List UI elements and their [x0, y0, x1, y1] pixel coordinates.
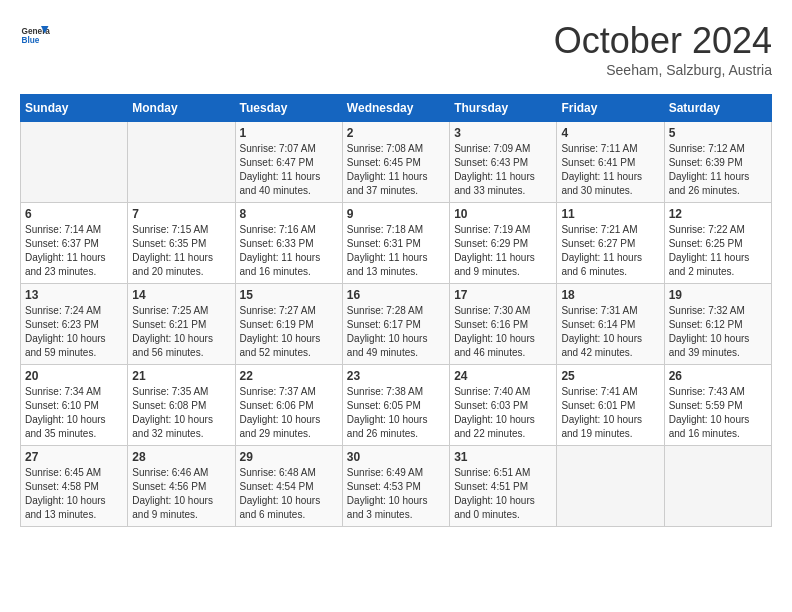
calendar-cell: 23Sunrise: 7:38 AM Sunset: 6:05 PM Dayli…	[342, 365, 449, 446]
calendar-cell: 29Sunrise: 6:48 AM Sunset: 4:54 PM Dayli…	[235, 446, 342, 527]
calendar-week-3: 13Sunrise: 7:24 AM Sunset: 6:23 PM Dayli…	[21, 284, 772, 365]
weekday-row: SundayMondayTuesdayWednesdayThursdayFrid…	[21, 95, 772, 122]
logo-icon: General Blue	[20, 20, 50, 50]
calendar-cell	[128, 122, 235, 203]
day-info: Sunrise: 7:16 AM Sunset: 6:33 PM Dayligh…	[240, 223, 338, 279]
calendar-cell: 7Sunrise: 7:15 AM Sunset: 6:35 PM Daylig…	[128, 203, 235, 284]
day-number: 21	[132, 369, 230, 383]
day-number: 26	[669, 369, 767, 383]
weekday-header-sunday: Sunday	[21, 95, 128, 122]
day-info: Sunrise: 7:38 AM Sunset: 6:05 PM Dayligh…	[347, 385, 445, 441]
day-number: 31	[454, 450, 552, 464]
day-number: 18	[561, 288, 659, 302]
calendar-cell: 14Sunrise: 7:25 AM Sunset: 6:21 PM Dayli…	[128, 284, 235, 365]
calendar-cell: 24Sunrise: 7:40 AM Sunset: 6:03 PM Dayli…	[450, 365, 557, 446]
calendar-cell: 20Sunrise: 7:34 AM Sunset: 6:10 PM Dayli…	[21, 365, 128, 446]
calendar-cell: 1Sunrise: 7:07 AM Sunset: 6:47 PM Daylig…	[235, 122, 342, 203]
logo: General Blue	[20, 20, 50, 50]
day-number: 15	[240, 288, 338, 302]
calendar-cell: 5Sunrise: 7:12 AM Sunset: 6:39 PM Daylig…	[664, 122, 771, 203]
calendar-cell: 22Sunrise: 7:37 AM Sunset: 6:06 PM Dayli…	[235, 365, 342, 446]
calendar-cell: 17Sunrise: 7:30 AM Sunset: 6:16 PM Dayli…	[450, 284, 557, 365]
calendar-cell: 10Sunrise: 7:19 AM Sunset: 6:29 PM Dayli…	[450, 203, 557, 284]
calendar-body: 1Sunrise: 7:07 AM Sunset: 6:47 PM Daylig…	[21, 122, 772, 527]
day-info: Sunrise: 7:41 AM Sunset: 6:01 PM Dayligh…	[561, 385, 659, 441]
day-number: 29	[240, 450, 338, 464]
day-info: Sunrise: 7:11 AM Sunset: 6:41 PM Dayligh…	[561, 142, 659, 198]
location-subtitle: Seeham, Salzburg, Austria	[554, 62, 772, 78]
calendar-cell: 28Sunrise: 6:46 AM Sunset: 4:56 PM Dayli…	[128, 446, 235, 527]
calendar-week-4: 20Sunrise: 7:34 AM Sunset: 6:10 PM Dayli…	[21, 365, 772, 446]
calendar-cell: 16Sunrise: 7:28 AM Sunset: 6:17 PM Dayli…	[342, 284, 449, 365]
calendar-cell: 26Sunrise: 7:43 AM Sunset: 5:59 PM Dayli…	[664, 365, 771, 446]
calendar-header: SundayMondayTuesdayWednesdayThursdayFrid…	[21, 95, 772, 122]
day-info: Sunrise: 7:43 AM Sunset: 5:59 PM Dayligh…	[669, 385, 767, 441]
day-number: 8	[240, 207, 338, 221]
day-info: Sunrise: 6:51 AM Sunset: 4:51 PM Dayligh…	[454, 466, 552, 522]
day-number: 7	[132, 207, 230, 221]
day-info: Sunrise: 7:07 AM Sunset: 6:47 PM Dayligh…	[240, 142, 338, 198]
calendar-cell: 19Sunrise: 7:32 AM Sunset: 6:12 PM Dayli…	[664, 284, 771, 365]
day-number: 13	[25, 288, 123, 302]
day-info: Sunrise: 7:35 AM Sunset: 6:08 PM Dayligh…	[132, 385, 230, 441]
weekday-header-tuesday: Tuesday	[235, 95, 342, 122]
day-info: Sunrise: 6:46 AM Sunset: 4:56 PM Dayligh…	[132, 466, 230, 522]
day-info: Sunrise: 6:49 AM Sunset: 4:53 PM Dayligh…	[347, 466, 445, 522]
calendar-table: SundayMondayTuesdayWednesdayThursdayFrid…	[20, 94, 772, 527]
calendar-week-5: 27Sunrise: 6:45 AM Sunset: 4:58 PM Dayli…	[21, 446, 772, 527]
day-number: 4	[561, 126, 659, 140]
day-info: Sunrise: 7:27 AM Sunset: 6:19 PM Dayligh…	[240, 304, 338, 360]
day-info: Sunrise: 7:24 AM Sunset: 6:23 PM Dayligh…	[25, 304, 123, 360]
calendar-cell: 9Sunrise: 7:18 AM Sunset: 6:31 PM Daylig…	[342, 203, 449, 284]
day-info: Sunrise: 7:12 AM Sunset: 6:39 PM Dayligh…	[669, 142, 767, 198]
day-info: Sunrise: 7:15 AM Sunset: 6:35 PM Dayligh…	[132, 223, 230, 279]
day-info: Sunrise: 7:08 AM Sunset: 6:45 PM Dayligh…	[347, 142, 445, 198]
calendar-cell: 6Sunrise: 7:14 AM Sunset: 6:37 PM Daylig…	[21, 203, 128, 284]
day-info: Sunrise: 7:14 AM Sunset: 6:37 PM Dayligh…	[25, 223, 123, 279]
day-info: Sunrise: 6:48 AM Sunset: 4:54 PM Dayligh…	[240, 466, 338, 522]
weekday-header-monday: Monday	[128, 95, 235, 122]
day-number: 30	[347, 450, 445, 464]
day-number: 28	[132, 450, 230, 464]
day-info: Sunrise: 7:32 AM Sunset: 6:12 PM Dayligh…	[669, 304, 767, 360]
weekday-header-wednesday: Wednesday	[342, 95, 449, 122]
day-number: 22	[240, 369, 338, 383]
calendar-cell: 11Sunrise: 7:21 AM Sunset: 6:27 PM Dayli…	[557, 203, 664, 284]
day-info: Sunrise: 7:19 AM Sunset: 6:29 PM Dayligh…	[454, 223, 552, 279]
title-block: October 2024 Seeham, Salzburg, Austria	[554, 20, 772, 78]
day-number: 16	[347, 288, 445, 302]
day-number: 14	[132, 288, 230, 302]
calendar-cell: 27Sunrise: 6:45 AM Sunset: 4:58 PM Dayli…	[21, 446, 128, 527]
day-info: Sunrise: 7:31 AM Sunset: 6:14 PM Dayligh…	[561, 304, 659, 360]
weekday-header-thursday: Thursday	[450, 95, 557, 122]
day-number: 2	[347, 126, 445, 140]
calendar-cell	[21, 122, 128, 203]
page-header: General Blue October 2024 Seeham, Salzbu…	[20, 20, 772, 78]
day-number: 12	[669, 207, 767, 221]
day-info: Sunrise: 7:25 AM Sunset: 6:21 PM Dayligh…	[132, 304, 230, 360]
calendar-cell: 18Sunrise: 7:31 AM Sunset: 6:14 PM Dayli…	[557, 284, 664, 365]
day-number: 19	[669, 288, 767, 302]
day-number: 3	[454, 126, 552, 140]
calendar-cell: 4Sunrise: 7:11 AM Sunset: 6:41 PM Daylig…	[557, 122, 664, 203]
weekday-header-saturday: Saturday	[664, 95, 771, 122]
day-info: Sunrise: 7:18 AM Sunset: 6:31 PM Dayligh…	[347, 223, 445, 279]
day-number: 20	[25, 369, 123, 383]
day-number: 11	[561, 207, 659, 221]
day-number: 1	[240, 126, 338, 140]
day-info: Sunrise: 7:22 AM Sunset: 6:25 PM Dayligh…	[669, 223, 767, 279]
calendar-cell: 25Sunrise: 7:41 AM Sunset: 6:01 PM Dayli…	[557, 365, 664, 446]
day-info: Sunrise: 7:09 AM Sunset: 6:43 PM Dayligh…	[454, 142, 552, 198]
day-number: 23	[347, 369, 445, 383]
day-number: 9	[347, 207, 445, 221]
calendar-cell	[664, 446, 771, 527]
calendar-cell: 21Sunrise: 7:35 AM Sunset: 6:08 PM Dayli…	[128, 365, 235, 446]
calendar-cell	[557, 446, 664, 527]
calendar-cell: 30Sunrise: 6:49 AM Sunset: 4:53 PM Dayli…	[342, 446, 449, 527]
calendar-cell: 3Sunrise: 7:09 AM Sunset: 6:43 PM Daylig…	[450, 122, 557, 203]
svg-text:Blue: Blue	[22, 36, 40, 45]
day-info: Sunrise: 6:45 AM Sunset: 4:58 PM Dayligh…	[25, 466, 123, 522]
calendar-cell: 2Sunrise: 7:08 AM Sunset: 6:45 PM Daylig…	[342, 122, 449, 203]
calendar-cell: 31Sunrise: 6:51 AM Sunset: 4:51 PM Dayli…	[450, 446, 557, 527]
day-info: Sunrise: 7:40 AM Sunset: 6:03 PM Dayligh…	[454, 385, 552, 441]
